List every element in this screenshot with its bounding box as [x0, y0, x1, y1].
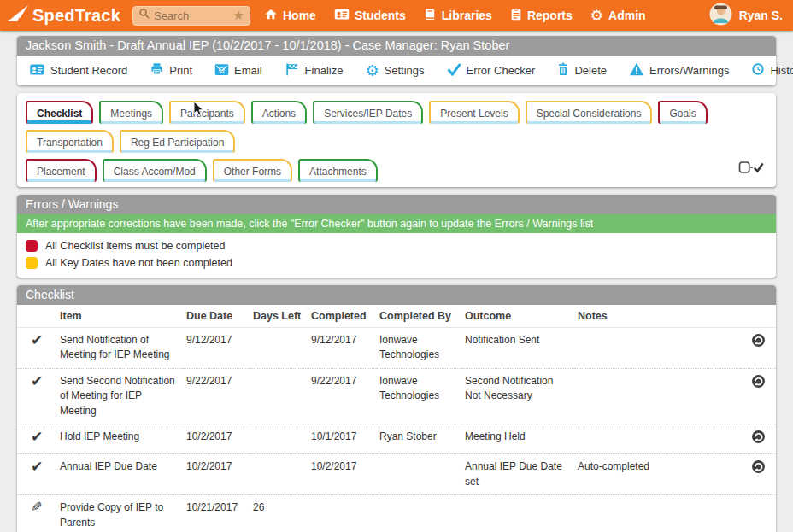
table-row: ✔ Send Second Notification of Meeting fo…: [17, 368, 776, 424]
completed-check-icon[interactable]: ✔: [31, 372, 43, 389]
table-header-row: Item Due Date Days Left Completed Comple…: [17, 305, 776, 328]
nav-item-admin[interactable]: ⚙ Admin: [590, 9, 646, 23]
user-menu[interactable]: Ryan S.: [709, 3, 783, 28]
completed-check-icon[interactable]: ✔: [31, 458, 43, 475]
days-left-value: [250, 328, 308, 369]
outcome-value: Second Notification Not Necessary: [461, 368, 574, 424]
button-label: Email: [234, 64, 262, 77]
table-row: ✔ Send Notification of Meeting for IEP M…: [17, 328, 776, 369]
tab-services-iep-dates[interactable]: Services/IEP Dates: [313, 101, 423, 124]
tab-present-levels[interactable]: Present Levels: [429, 101, 519, 124]
checkmark-icon: [447, 63, 461, 79]
actions-column-header: [740, 305, 776, 328]
days-left-value: 26: [250, 495, 308, 532]
completed-check-icon[interactable]: ✔: [31, 428, 43, 445]
search-input[interactable]: [154, 9, 230, 22]
tab-participants[interactable]: Participants: [169, 101, 245, 124]
main-nav: Home Students Libraries Reports ⚙ Admin: [264, 8, 646, 24]
warning-item: All Key Dates have not been completed: [26, 254, 767, 272]
history-button[interactable]: History: [751, 62, 793, 79]
nav-item-home[interactable]: Home: [264, 8, 316, 23]
button-label: Errors/Warnings: [649, 64, 729, 77]
tab-class-accom-mod[interactable]: Class Accom/Mod: [103, 159, 207, 182]
avatar: [709, 3, 732, 28]
checklist-item-name: Annual IEP Due Date: [56, 454, 183, 495]
column-header-completed-by: Completed By: [376, 305, 461, 328]
checklist-item-name: Provide Copy of IEP to Parents: [56, 495, 183, 532]
tab-attachments[interactable]: Attachments: [298, 159, 378, 182]
tab-checklist[interactable]: Checklist: [26, 101, 93, 124]
id-card-icon: [334, 8, 350, 23]
errors-warnings-section: Errors / Warnings After appropriate corr…: [17, 195, 776, 278]
warning-text: All Key Dates have not been completed: [45, 257, 232, 269]
checkered-flag-icon: [285, 62, 300, 79]
tab-row-1: Checklist Meetings Participants Actions …: [26, 101, 767, 153]
completed-check-icon[interactable]: ✔: [31, 331, 43, 348]
tab-goals[interactable]: Goals: [658, 101, 707, 124]
gear-icon: ⚙: [365, 63, 379, 79]
tab-row-2: Placement Class Accom/Mod Other Forms At…: [26, 159, 767, 182]
checklist-item-name: Hold IEP Meeting: [56, 424, 183, 453]
home-icon: [264, 8, 278, 23]
app-logo[interactable]: SpedTrack: [7, 3, 120, 27]
email-button[interactable]: Email: [214, 63, 262, 79]
warning-severity-indicator: [26, 257, 38, 269]
errors-warnings-header: Errors / Warnings: [17, 195, 776, 214]
delete-button[interactable]: Delete: [557, 62, 607, 79]
button-label: Settings: [385, 64, 425, 77]
table-row: ✔ Annual IEP Due Date 10/2/2017 10/2/201…: [17, 454, 776, 495]
errors-warnings-button[interactable]: Errors/Warnings: [629, 62, 729, 79]
warning-triangle-icon: [629, 62, 644, 79]
item-history-icon[interactable]: [751, 338, 766, 350]
id-card-icon: [29, 63, 45, 79]
button-label: Print: [169, 64, 192, 77]
search-box[interactable]: ★: [132, 6, 250, 26]
search-icon: [138, 8, 150, 23]
iep-section-tabs: Checklist Meetings Participants Actions …: [17, 93, 776, 187]
tab-transportation[interactable]: Transportation: [26, 130, 114, 153]
notes-value: [574, 495, 740, 532]
button-label: History: [770, 64, 793, 77]
checklist-item-name: Send Second Notification of Meeting for …: [56, 368, 183, 424]
completed-value: 9/12/2017: [308, 328, 376, 369]
notes-value: [574, 424, 740, 453]
top-navigation-bar: SpedTrack ★ Home Students Libraries: [0, 0, 793, 31]
favorites-star-icon[interactable]: ★: [233, 9, 244, 22]
settings-button[interactable]: ⚙ Settings: [365, 63, 424, 79]
completed-value: 9/22/2017: [308, 368, 376, 424]
button-label: Student Record: [50, 64, 127, 77]
completed-by-value: [376, 454, 461, 495]
nav-item-students[interactable]: Students: [334, 8, 406, 23]
item-history-icon[interactable]: [751, 379, 766, 391]
completed-value: 10/1/2017: [308, 424, 376, 453]
tab-meetings[interactable]: Meetings: [99, 101, 163, 124]
days-left-value: [250, 368, 308, 424]
item-history-icon[interactable]: [751, 435, 766, 447]
student-record-button[interactable]: Student Record: [29, 63, 127, 79]
gear-icon: ⚙: [590, 9, 603, 23]
tab-other-forms[interactable]: Other Forms: [213, 159, 292, 182]
status-column-header: [17, 305, 56, 328]
book-icon: [424, 8, 437, 24]
column-header-item: Item: [56, 305, 183, 328]
outcome-value: Notification Sent: [461, 328, 574, 369]
nav-item-reports[interactable]: Reports: [510, 8, 573, 24]
button-label: Delete: [574, 64, 607, 77]
outcome-value: Meeting Held: [461, 424, 574, 453]
tab-actions[interactable]: Actions: [251, 101, 307, 124]
tab-placement[interactable]: Placement: [26, 159, 97, 182]
notes-value: [574, 328, 740, 369]
errors-warnings-list: All Checklist items must be completed Al…: [17, 233, 776, 278]
nav-item-libraries[interactable]: Libraries: [424, 8, 492, 24]
tab-special-considerations[interactable]: Special Considerations: [526, 101, 653, 124]
days-left-value: [250, 424, 308, 453]
finalize-button[interactable]: Finalize: [285, 62, 344, 79]
check-all-tabs-icon[interactable]: [738, 160, 764, 178]
error-checker-button[interactable]: Error Checker: [447, 63, 536, 79]
item-history-icon[interactable]: [751, 465, 766, 476]
checklist-section: Checklist Item Due Date Days Left Comple…: [17, 285, 776, 532]
tab-reg-ed-participation[interactable]: Reg Ed Participation: [120, 130, 235, 153]
edit-pencil-icon[interactable]: ✎: [31, 500, 42, 514]
print-button[interactable]: Print: [150, 62, 192, 79]
due-date-value: 10/21/2017: [183, 495, 250, 532]
